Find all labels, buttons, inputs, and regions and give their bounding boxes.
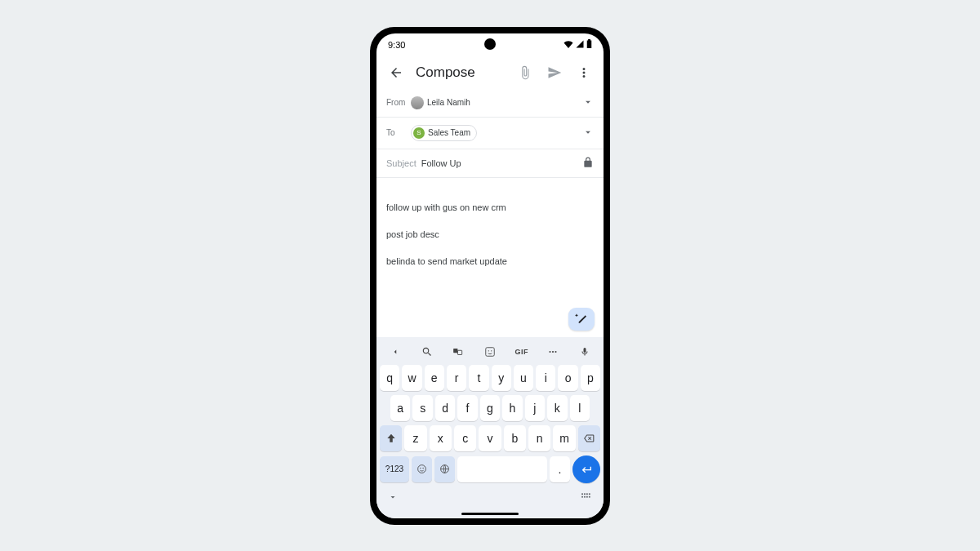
svg-rect-1 [458,350,462,354]
key-u[interactable]: u [514,365,533,391]
screen: 9:30 Compose [376,33,604,518]
key-period[interactable]: . [550,456,570,482]
from-name: Leila Namih [427,98,470,107]
subject-row[interactable]: Subject Follow Up [376,149,604,178]
overflow-icon[interactable] [574,63,594,82]
key-k[interactable]: k [547,395,567,421]
body-line: follow up with gus on new crm [386,201,594,215]
keyboard-row-1: q w e r t y u i o p [380,365,600,391]
kb-collapse-icon[interactable] [388,491,398,505]
to-name: Sales Team [428,128,470,137]
key-emoji[interactable] [412,456,432,482]
chevron-down-icon[interactable] [582,96,594,109]
svg-rect-15 [589,493,590,495]
battery-icon [586,39,592,50]
key-b[interactable]: b [504,425,526,451]
kb-grid-icon[interactable] [581,491,592,505]
key-space[interactable] [457,456,548,482]
svg-point-9 [420,468,421,469]
svg-rect-19 [589,495,590,497]
subject-label: Subject [386,158,416,168]
key-language[interactable] [434,456,455,482]
keyboard-row-3: z x c v b n m [380,425,600,451]
svg-point-10 [422,468,423,469]
key-backspace[interactable] [578,425,600,451]
from-avatar [411,96,424,109]
status-time: 9:30 [388,40,405,50]
key-l[interactable]: l [570,395,590,421]
keyboard-nav-row [380,487,600,505]
camera-cutout [484,38,496,50]
from-chip: Leila Namih [411,96,470,109]
phone-frame: 9:30 Compose [370,27,610,525]
svg-rect-0 [453,348,457,352]
to-avatar: S [413,127,425,139]
key-t[interactable]: t [469,365,488,391]
magic-write-button[interactable] [568,308,595,331]
home-indicator[interactable] [461,513,519,515]
key-g[interactable]: g [480,395,500,421]
kb-more-icon[interactable] [542,344,564,360]
kb-gif-button[interactable]: GIF [511,344,532,360]
key-h[interactable]: h [502,395,522,421]
attach-icon[interactable] [515,63,535,82]
from-row[interactable]: From Leila Namih [376,89,604,118]
svg-point-5 [550,350,551,352]
key-z[interactable]: z [404,425,426,451]
key-e[interactable]: e [425,365,444,391]
lock-icon[interactable] [582,157,594,170]
email-body[interactable]: follow up with gus on new crm post job d… [376,178,604,337]
app-bar: Compose [376,56,604,89]
to-row[interactable]: To S Sales Team [376,118,604,149]
keyboard-toolbar: GIF [380,340,600,365]
svg-rect-13 [584,493,586,495]
key-j[interactable]: j [525,395,545,421]
key-enter[interactable] [572,455,600,483]
body-line: post job desc [386,228,594,242]
key-d[interactable]: d [435,395,455,421]
svg-point-7 [555,350,557,352]
kb-search-icon[interactable] [416,344,438,360]
subject-input[interactable]: Follow Up [421,158,461,168]
key-n[interactable]: n [528,425,550,451]
svg-point-3 [488,350,489,351]
svg-rect-18 [586,495,588,497]
send-icon[interactable] [545,63,564,82]
keyboard-row-2: a s d f g h j k l [380,395,600,421]
key-x[interactable]: x [430,425,452,451]
key-symbols[interactable]: ?123 [380,456,409,482]
from-label: From [386,98,411,107]
kb-back-icon[interactable] [385,344,406,360]
svg-rect-2 [486,347,495,356]
key-r[interactable]: r [447,365,466,391]
key-shift[interactable] [380,425,402,451]
key-c[interactable]: c [454,425,476,451]
kb-sticker-icon[interactable] [479,344,501,360]
keyboard-row-4: ?123 . [380,455,600,483]
key-s[interactable]: s [412,395,432,421]
back-icon[interactable] [386,63,406,82]
chevron-down-icon[interactable] [582,127,594,140]
key-m[interactable]: m [553,425,575,451]
kb-translate-icon[interactable] [448,344,469,360]
svg-point-6 [552,350,554,352]
key-p[interactable]: p [581,365,600,391]
signal-icon [576,40,584,50]
key-i[interactable]: i [536,365,555,391]
key-v[interactable]: v [479,425,501,451]
to-chip[interactable]: S Sales Team [411,125,477,141]
key-o[interactable]: o [558,365,577,391]
wifi-icon [564,40,573,50]
key-f[interactable]: f [457,395,477,421]
svg-rect-12 [581,493,583,495]
svg-point-8 [417,465,425,473]
key-a[interactable]: a [390,395,410,421]
svg-rect-17 [584,495,586,497]
kb-mic-icon[interactable] [574,344,595,360]
key-y[interactable]: y [492,365,511,391]
svg-rect-14 [586,493,588,495]
key-w[interactable]: w [402,365,421,391]
to-label: To [386,128,411,137]
keyboard: GIF q w e r t y u i o p a s d f g [376,337,604,518]
key-q[interactable]: q [380,365,399,391]
